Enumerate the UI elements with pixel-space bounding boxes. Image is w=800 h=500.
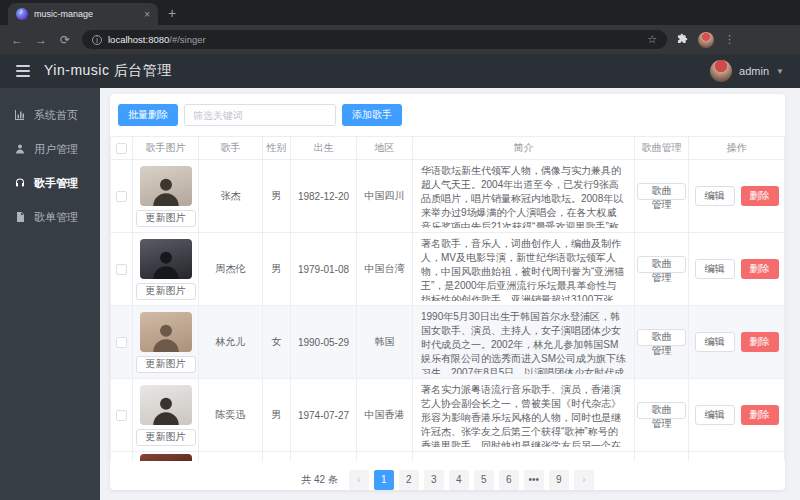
browser-menu-icon[interactable]: ⋮ xyxy=(724,33,736,46)
edit-button[interactable]: 编辑 xyxy=(695,405,735,425)
singer-table: 歌手图片 歌手 性别 出生 地区 简介 歌曲管理 操作 xyxy=(110,136,785,461)
table-row: 更新图片 林允儿 女 1990-05-29 韩国 1990年5月30日出生于韩国… xyxy=(111,306,785,379)
col-birth: 出生 xyxy=(291,137,357,160)
sidebar-item-label: 系统首页 xyxy=(34,108,78,123)
table-header-row: 歌手图片 歌手 性别 出生 地区 简介 歌曲管理 操作 xyxy=(111,137,785,160)
singer-name: 陈奕迅 xyxy=(199,379,263,452)
edit-button[interactable]: 编辑 xyxy=(695,186,735,206)
delete-button[interactable]: 删除 xyxy=(741,186,779,206)
col-photo: 歌手图片 xyxy=(133,137,199,160)
song-manage-button[interactable]: 歌曲管理 xyxy=(637,402,686,419)
chart-icon xyxy=(14,109,26,121)
select-all-checkbox[interactable] xyxy=(116,143,127,154)
sidebar-item-users[interactable]: 用户管理 xyxy=(0,132,100,166)
singer-photo xyxy=(140,385,192,425)
site-favicon-icon xyxy=(16,8,28,20)
edit-button[interactable]: 编辑 xyxy=(695,332,735,352)
site-info-icon[interactable]: i xyxy=(92,35,102,45)
app-header: Yin-music 后台管理 admin ▼ xyxy=(0,54,800,88)
singer-birth: 1979-01-08 xyxy=(291,233,357,306)
delete-button[interactable]: 删除 xyxy=(741,332,779,352)
new-tab-button[interactable]: + xyxy=(168,5,176,21)
tab-close-icon[interactable]: × xyxy=(144,9,150,20)
singer-gender: 男 xyxy=(263,379,291,452)
page-button-9[interactable]: 9 xyxy=(549,470,569,490)
update-image-button[interactable]: 更新图片 xyxy=(136,283,196,300)
singer-name: 周杰伦 xyxy=(199,233,263,306)
delete-button[interactable]: 删除 xyxy=(741,405,779,425)
update-image-button[interactable]: 更新图片 xyxy=(136,210,196,227)
sidebar-item-label: 歌单管理 xyxy=(34,210,78,225)
browser-profile-avatar[interactable] xyxy=(698,32,714,48)
browser-tab[interactable]: music-manage × xyxy=(8,3,158,25)
pagination: 共 42 条 ‹ 1 2 3 4 5 6 ••• 9 › xyxy=(110,470,785,490)
sidebar-item-home[interactable]: 系统首页 xyxy=(0,98,100,132)
singer-region: 中国香港 xyxy=(357,379,413,452)
add-singer-button[interactable]: 添加歌手 xyxy=(342,104,402,126)
hamburger-menu-icon[interactable] xyxy=(16,65,30,77)
edit-button[interactable]: 编辑 xyxy=(695,259,735,279)
bookmark-star-icon[interactable]: ☆ xyxy=(647,33,657,46)
row-checkbox[interactable] xyxy=(116,264,127,275)
filter-keyword-input[interactable] xyxy=(184,104,336,126)
singer-birth: 1982-12-20 xyxy=(291,160,357,233)
pagination-total: 共 42 条 xyxy=(301,473,338,487)
table-row: 更新图片 陈奕迅 男 1974-07-27 中国香港 著名实力派粤语流行音乐歌手… xyxy=(111,379,785,452)
page-button-4[interactable]: 4 xyxy=(449,470,469,490)
singer-intro: 著名歌手，音乐人，词曲创作人，编曲及制作人，MV及电影导演，新世纪华语歌坛领军人… xyxy=(415,237,632,301)
forward-icon[interactable]: → xyxy=(34,33,48,47)
app-title: Yin-music 后台管理 xyxy=(44,62,172,80)
url-text: localhost:8080/#/singer xyxy=(108,34,206,45)
document-icon xyxy=(14,211,26,223)
browser-address-bar: ← → ⟳ i localhost:8080/#/singer ☆ ⋮ xyxy=(0,25,800,54)
singer-photo xyxy=(140,312,192,352)
sidebar: 系统首页 用户管理 歌手管理 歌单管理 xyxy=(0,88,100,500)
delete-button[interactable]: 删除 xyxy=(741,259,779,279)
main-content: 批量删除 添加歌手 歌手图片 歌手 性别 出生 地区 xyxy=(100,88,800,500)
reload-icon[interactable]: ⟳ xyxy=(58,33,72,47)
singer-gender: 男 xyxy=(263,233,291,306)
song-manage-button[interactable]: 歌曲管理 xyxy=(637,256,686,273)
col-song-manage: 歌曲管理 xyxy=(635,137,689,160)
song-manage-button[interactable]: 歌曲管理 xyxy=(637,183,686,200)
update-image-button[interactable]: 更新图片 xyxy=(136,429,196,446)
user-name: admin xyxy=(739,65,769,77)
row-checkbox[interactable] xyxy=(116,410,127,421)
col-intro: 简介 xyxy=(413,137,635,160)
singer-name: 林允儿 xyxy=(199,306,263,379)
page-button-1[interactable]: 1 xyxy=(374,470,394,490)
singer-intro: 1990年5月30日出生于韩国首尔永登浦区，韩国女歌手、演员、主持人，女子演唱团… xyxy=(415,310,632,374)
headset-icon xyxy=(14,177,26,189)
prev-page-button[interactable]: ‹ xyxy=(349,470,369,490)
singer-region: 中国台湾 xyxy=(357,233,413,306)
singer-photo xyxy=(140,454,192,461)
page-button-2[interactable]: 2 xyxy=(399,470,419,490)
url-bar[interactable]: i localhost:8080/#/singer ☆ xyxy=(82,30,667,49)
back-icon[interactable]: ← xyxy=(10,33,24,47)
singer-region: 中国四川 xyxy=(357,160,413,233)
update-image-button[interactable]: 更新图片 xyxy=(136,356,196,373)
song-manage-button[interactable]: 歌曲管理 xyxy=(637,329,686,346)
sidebar-item-singers[interactable]: 歌手管理 xyxy=(0,166,100,200)
table-row: 更新图片 张杰 男 1982-12-20 中国四川 华语歌坛新生代领军人物，偶像… xyxy=(111,160,785,233)
singer-birth: 1974-07-27 xyxy=(291,379,357,452)
next-page-button[interactable]: › xyxy=(574,470,594,490)
sidebar-item-playlists[interactable]: 歌单管理 xyxy=(0,200,100,234)
user-menu[interactable]: admin ▼ xyxy=(710,60,784,82)
row-checkbox[interactable] xyxy=(116,191,127,202)
extensions-icon[interactable] xyxy=(677,33,688,46)
sidebar-item-label: 用户管理 xyxy=(34,142,78,157)
singer-intro: 华语歌坛新生代领军人物，偶像与实力兼具的超人气天王。2004年出道至今，已发行9… xyxy=(415,164,632,228)
chevron-down-icon: ▼ xyxy=(776,67,784,76)
batch-delete-button[interactable]: 批量删除 xyxy=(118,104,178,126)
col-region: 地区 xyxy=(357,137,413,160)
page-button-3[interactable]: 3 xyxy=(424,470,444,490)
table-row-partial xyxy=(111,452,785,462)
page-button-5[interactable]: 5 xyxy=(474,470,494,490)
singer-name: 张杰 xyxy=(199,160,263,233)
page-button-6[interactable]: 6 xyxy=(499,470,519,490)
tab-title: music-manage xyxy=(34,9,138,19)
singer-card: 批量删除 添加歌手 歌手图片 歌手 性别 出生 地区 xyxy=(110,94,785,490)
page-ellipsis[interactable]: ••• xyxy=(524,470,544,490)
row-checkbox[interactable] xyxy=(116,337,127,348)
